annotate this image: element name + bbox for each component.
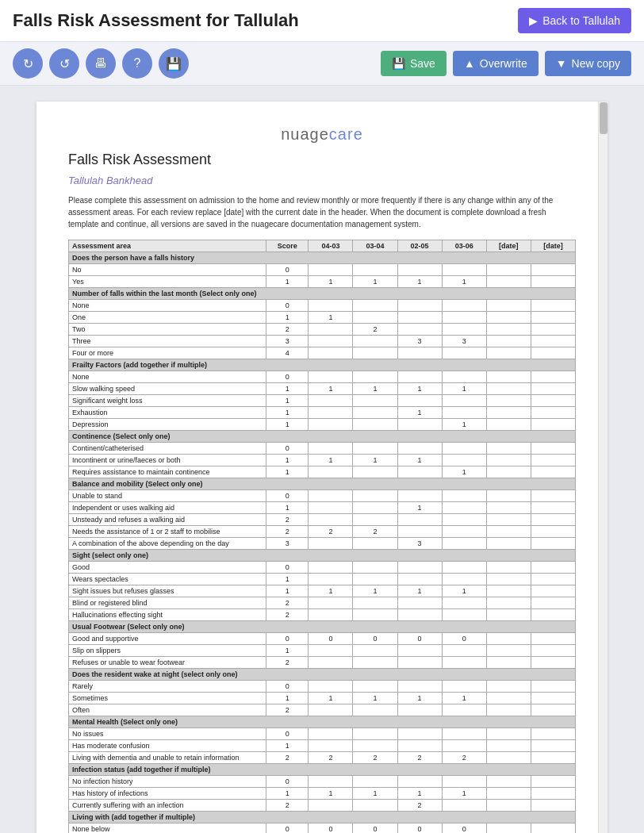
table-section-header: Mental Health (Select only one) <box>69 716 576 728</box>
row-date-cell <box>353 645 397 657</box>
row-score: 1 <box>266 419 309 431</box>
row-date-cell <box>531 800 575 812</box>
print-button[interactable]: 🖶 <box>86 48 116 79</box>
row-label: Has moderate confusion <box>69 740 266 752</box>
row-date-cell: 2 <box>397 800 442 812</box>
row-date-cell <box>442 526 486 538</box>
row-score: 1 <box>266 788 309 800</box>
row-label: No <box>69 264 266 276</box>
redo-button[interactable]: ↺ <box>49 48 79 79</box>
save-button[interactable]: 💾 Save <box>381 51 447 76</box>
row-date-cell: 1 <box>309 455 353 466</box>
table-section-header: Infection status (add together if multip… <box>69 764 576 776</box>
table-row: Sight issues but refuses glasses11111 <box>69 585 576 597</box>
table-row: Needs the assistance of 1 or 2 staff to … <box>69 526 576 538</box>
row-date-cell <box>486 788 531 800</box>
row-score: 2 <box>266 514 309 526</box>
table-section-header: Does the resident wake at night (select … <box>69 669 576 681</box>
row-date-cell <box>309 407 353 419</box>
row-date-cell <box>309 324 353 336</box>
back-button[interactable]: ▶ Back to Tallulah <box>518 8 631 33</box>
row-date-cell <box>442 264 486 276</box>
row-date-cell <box>353 538 397 550</box>
row-score: 1 <box>266 383 309 395</box>
row-label: Three <box>69 336 266 347</box>
row-date-cell <box>442 645 486 657</box>
row-date-cell: 1 <box>442 693 486 704</box>
row-label: Slip on slippers <box>69 645 266 657</box>
row-date-cell <box>486 419 531 431</box>
row-date-cell <box>486 704 531 716</box>
table-row: Often2 <box>69 704 576 716</box>
row-score: 1 <box>266 585 309 597</box>
row-date-cell <box>397 562 442 574</box>
row-date-cell <box>309 704 353 716</box>
row-date-cell <box>353 407 397 419</box>
back-icon: ▶ <box>529 14 538 27</box>
row-label: Unable to stand <box>69 490 266 502</box>
save-local-button[interactable]: 💾 <box>159 48 189 79</box>
row-label: Refuses or unable to wear footwear <box>69 657 266 669</box>
row-label: Unsteady and refuses a walking aid <box>69 514 266 526</box>
row-label: Good and supportive <box>69 633 266 645</box>
help-button[interactable]: ? <box>122 48 152 79</box>
document-area: nuagecare Falls Risk Assessment Tallulah… <box>0 86 644 833</box>
undo-button[interactable]: ↻ <box>13 48 43 79</box>
row-date-cell <box>397 776 442 788</box>
table-row: Rarely0 <box>69 681 576 693</box>
row-date-cell <box>309 776 353 788</box>
row-score: 0 <box>266 633 309 645</box>
table-row: None0 <box>69 300 576 312</box>
header: Falls Risk Assessment for Tallulah ▶ Bac… <box>0 0 644 42</box>
row-date-cell: 1 <box>397 585 442 597</box>
table-row: Significant weight loss1 <box>69 395 576 407</box>
row-date-cell <box>531 371 575 383</box>
row-date-cell: 1 <box>353 276 397 288</box>
document-wrapper: nuagecare Falls Risk Assessment Tallulah… <box>36 102 608 833</box>
row-date-cell <box>353 490 397 502</box>
toolbar-left: ↻ ↺ 🖶 ? 💾 <box>13 48 189 79</box>
row-label: One <box>69 312 266 324</box>
row-date-cell <box>353 800 397 812</box>
row-date-cell: 2 <box>309 526 353 538</box>
row-date-cell: 2 <box>442 752 486 764</box>
row-date-cell <box>486 657 531 669</box>
row-score: 1 <box>266 455 309 466</box>
table-row: Continent/catheterised0 <box>69 443 576 455</box>
row-date-cell <box>309 371 353 383</box>
scrollbar-track[interactable] <box>598 102 608 833</box>
table-section-header: Sight (select only one) <box>69 550 576 562</box>
row-date-cell <box>531 443 575 455</box>
row-date-cell <box>486 823 531 834</box>
row-date-cell <box>531 347 575 359</box>
row-score: 1 <box>266 312 309 324</box>
row-score: 1 <box>266 740 309 752</box>
row-score: 2 <box>266 324 309 336</box>
row-date-cell <box>442 609 486 621</box>
row-date-cell <box>353 562 397 574</box>
table-row: Living with dementia and unable to retai… <box>69 752 576 764</box>
row-date-cell <box>486 466 531 478</box>
row-date-cell <box>442 538 486 550</box>
row-date-cell: 0 <box>309 633 353 645</box>
row-date-cell: 2 <box>353 324 397 336</box>
row-date-cell <box>397 574 442 585</box>
row-label: None <box>69 371 266 383</box>
new-copy-button[interactable]: ▼ New copy <box>545 51 631 76</box>
row-score: 1 <box>266 466 309 478</box>
overwrite-button[interactable]: ▲ Overwrite <box>453 51 539 76</box>
scrollbar-thumb[interactable] <box>600 102 608 134</box>
row-date-cell <box>531 538 575 550</box>
row-date-cell <box>309 347 353 359</box>
row-date-cell <box>486 609 531 621</box>
row-date-cell <box>486 728 531 740</box>
row-date-cell <box>309 728 353 740</box>
page-title: Falls Risk Assessment for Tallulah <box>13 10 299 31</box>
row-date-cell <box>531 383 575 395</box>
row-date-cell <box>486 800 531 812</box>
row-label: A combination of the above depending on … <box>69 538 266 550</box>
row-date-cell <box>353 466 397 478</box>
row-date-cell <box>531 657 575 669</box>
row-date-cell: 0 <box>397 633 442 645</box>
row-date-cell <box>486 574 531 585</box>
